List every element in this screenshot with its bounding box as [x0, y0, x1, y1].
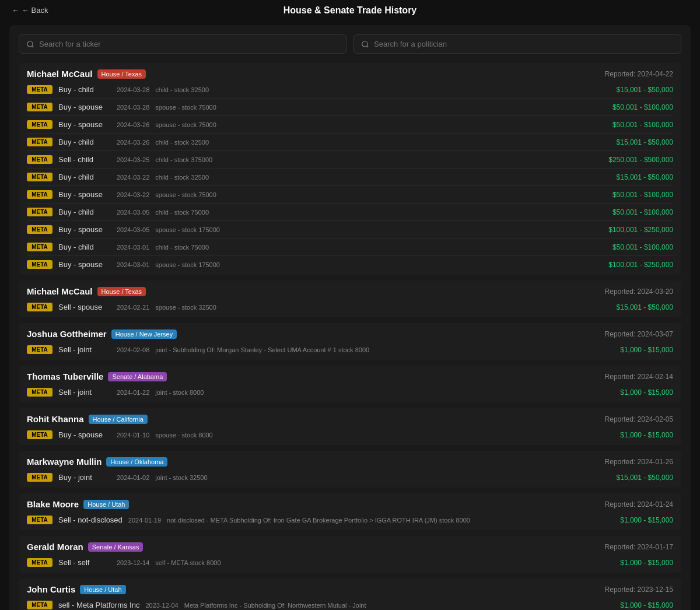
ticker-badge[interactable]: META: [27, 243, 52, 251]
ticker-badge[interactable]: META: [27, 173, 52, 181]
trade-detail: Meta Platforms Inc - Subholding Of: Nort…: [184, 602, 574, 609]
trade-amount: $1,000 - $15,000: [580, 559, 673, 567]
politician-name: Rohit Khanna: [27, 414, 84, 424]
trade-date: 2023-12-04: [145, 602, 178, 609]
trade-row: METASell - child2024-03-25child - stock …: [19, 152, 681, 167]
ticker-badge[interactable]: META: [27, 155, 52, 164]
politician-header: Rohit KhannaHouse / CaliforniaReported: …: [19, 408, 681, 427]
trade-row: METABuy - child2024-03-01child - stock 7…: [19, 240, 681, 254]
trade-amount: $15,001 - $50,000: [580, 303, 673, 311]
ticker-badge[interactable]: META: [27, 260, 52, 269]
politician-badge: House / Texas: [97, 69, 146, 79]
politician-search-input[interactable]: [374, 40, 674, 48]
politician-name: Gerald Moran: [27, 542, 83, 552]
trade-amount: $50,001 - $100,000: [580, 121, 673, 129]
reported-date: Reported: 2024-01-26: [605, 458, 673, 466]
ticker-badge[interactable]: META: [27, 208, 52, 216]
trade-amount: $1,000 - $15,000: [580, 516, 673, 524]
trade-date: 2024-01-22: [117, 389, 149, 396]
trade-date: 2024-03-05: [117, 209, 149, 216]
trade-date: 2024-03-26: [117, 139, 149, 146]
reported-date: Reported: 2023-12-15: [605, 586, 673, 594]
back-button[interactable]: ← ← Back: [12, 6, 48, 15]
trade-action: Sell - joint: [58, 345, 111, 354]
svg-point-0: [27, 41, 33, 46]
trade-row: METASell - self2023-12-14self - META sto…: [19, 555, 681, 573]
trade-amount: $1,000 - $15,000: [580, 431, 673, 439]
trade-detail: spouse - stock 175000: [155, 261, 574, 268]
politician-name: Joshua Gottheimer: [27, 329, 107, 339]
trade-date: 2024-03-01: [117, 244, 149, 251]
ticker-badge[interactable]: META: [27, 190, 52, 199]
politician-group: Thomas TubervilleSenate / AlabamaReporte…: [19, 366, 681, 402]
politician-search-box[interactable]: [354, 34, 681, 54]
trade-date: 2024-03-28: [117, 104, 149, 111]
politician-name: John Curtis: [27, 584, 75, 594]
trade-detail: child - stock 375000: [155, 156, 574, 163]
trade-row: METABuy - spouse2024-03-01spouse - stock…: [19, 257, 681, 275]
trade-detail: child - stock 32500: [155, 139, 574, 146]
reported-date: Reported: 2024-03-20: [605, 288, 673, 296]
ticker-badge[interactable]: META: [27, 345, 52, 354]
trade-date: 2024-02-21: [117, 304, 149, 311]
trade-date: 2024-03-28: [117, 86, 149, 93]
trade-amount: $50,001 - $100,000: [580, 103, 673, 111]
politician-group: Michael McCaulHouse / TexasReported: 202…: [19, 63, 681, 275]
politician-badge: House / Texas: [97, 287, 146, 296]
trade-detail: child - stock 32500: [155, 174, 574, 181]
trade-detail: spouse - stock 8000: [155, 432, 574, 439]
trade-amount: $50,001 - $100,000: [580, 208, 673, 216]
ticker-badge[interactable]: META: [27, 138, 52, 146]
politician-badge: House / New Jersey: [111, 329, 177, 339]
politician-group: Rohit KhannaHouse / CaliforniaReported: …: [19, 408, 681, 445]
trade-detail: spouse - stock 75000: [155, 104, 574, 111]
trade-row: METABuy - spouse2024-03-26spouse - stock…: [19, 117, 681, 132]
politician-group: Markwayne MullinHouse / OklahomaReported…: [19, 451, 681, 488]
back-label: ← Back: [22, 6, 48, 15]
svg-line-1: [32, 45, 34, 47]
ticker-badge[interactable]: META: [27, 388, 52, 397]
ticker-badge[interactable]: META: [27, 430, 52, 439]
politician-header: Gerald MoranSenate / KansasReported: 202…: [19, 536, 681, 555]
ticker-badge[interactable]: META: [27, 601, 52, 609]
trade-date: 2024-03-25: [117, 156, 149, 163]
ticker-badge[interactable]: META: [27, 120, 52, 129]
ticker-search-box[interactable]: [19, 34, 346, 54]
page-title: House & Senate Trade History: [284, 5, 417, 16]
trade-action: Buy - spouse: [58, 225, 111, 234]
trade-amount: $1,000 - $15,000: [580, 388, 673, 397]
politician-header: Michael McCaulHouse / TexasReported: 202…: [19, 63, 681, 82]
trade-detail: child - stock 75000: [155, 209, 574, 216]
trade-date: 2024-01-02: [117, 474, 149, 481]
reported-date: Reported: 2024-02-14: [605, 373, 673, 381]
trade-amount: $1,000 - $15,000: [580, 601, 673, 609]
trade-amount: $15,001 - $50,000: [580, 86, 673, 94]
politician-group: Joshua GottheimerHouse / New JerseyRepor…: [19, 323, 681, 360]
ticker-badge[interactable]: META: [27, 103, 52, 111]
politician-name: Markwayne Mullin: [27, 457, 102, 467]
ticker-badge[interactable]: META: [27, 473, 52, 482]
ticker-badge[interactable]: META: [27, 85, 52, 94]
politician-name: Michael McCaul: [27, 69, 93, 79]
trade-action: Sell - spouse: [58, 303, 111, 311]
trade-amount: $15,001 - $50,000: [580, 474, 673, 482]
reported-date: Reported: 2024-01-24: [605, 500, 673, 509]
ticker-badge[interactable]: META: [27, 516, 52, 524]
trade-row: METASell - joint2024-02-08joint - Subhol…: [19, 342, 681, 360]
reported-date: Reported: 2024-01-17: [605, 543, 673, 551]
ticker-badge[interactable]: META: [27, 225, 52, 234]
trade-detail: joint - stock 32500: [155, 474, 574, 481]
politician-badge: House / Oklahoma: [106, 457, 167, 467]
trade-row: METABuy - spouse2024-03-22spouse - stock…: [19, 187, 681, 202]
trade-action: Sell - child: [58, 155, 111, 164]
politician-header: Thomas TubervilleSenate / AlabamaReporte…: [19, 366, 681, 385]
ticker-badge[interactable]: META: [27, 558, 52, 567]
ticker-search-input[interactable]: [39, 40, 339, 48]
trade-row: METABuy - child2024-03-05child - stock 7…: [19, 205, 681, 219]
reported-date: Reported: 2024-04-22: [605, 70, 673, 78]
svg-point-2: [362, 41, 368, 46]
trade-row: METABuy - spouse2024-03-05spouse - stock…: [19, 222, 681, 237]
ticker-badge[interactable]: META: [27, 303, 52, 311]
trade-amount: $50,001 - $100,000: [580, 191, 673, 199]
trade-row: METABuy - child2024-03-26child - stock 3…: [19, 135, 681, 149]
